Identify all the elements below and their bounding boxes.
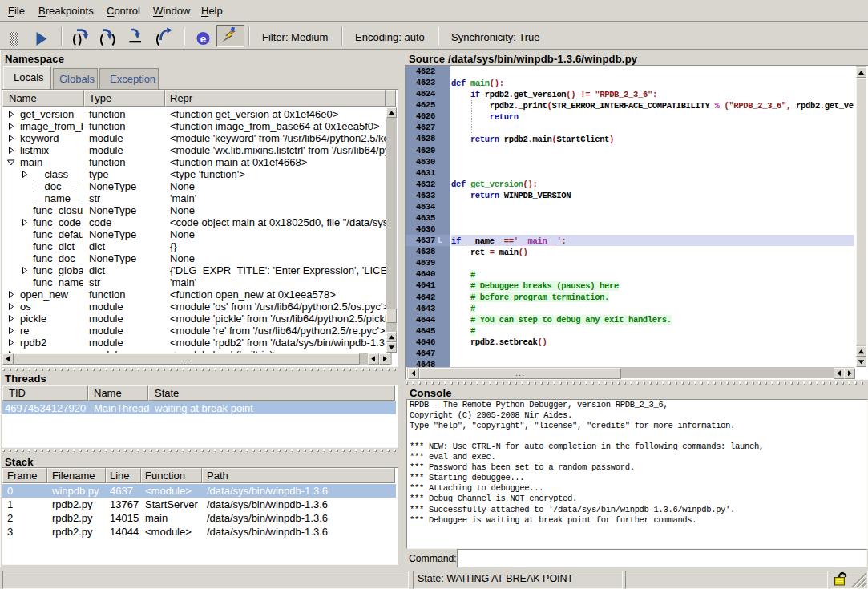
svg-text:e: e — [200, 33, 207, 45]
